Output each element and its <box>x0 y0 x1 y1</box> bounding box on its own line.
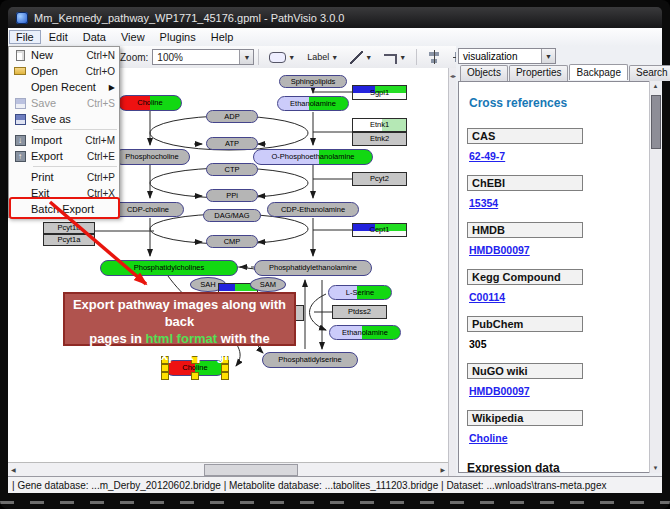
selection-handle[interactable] <box>191 372 199 380</box>
tab-objects[interactable]: Objects <box>460 65 508 81</box>
menubar-item-data[interactable]: Data <box>76 30 113 44</box>
scroll-down-icon[interactable]: ▼ <box>650 465 661 471</box>
file-menu-item-open-recent[interactable]: Open Recent▶ <box>9 79 119 95</box>
datanode-tool-button[interactable]: ▼ <box>267 51 297 64</box>
zoom-combobox[interactable]: 100% ▼ <box>152 49 254 65</box>
file-menu-item-print[interactable]: PrintCtrl+P <box>9 169 119 185</box>
chevron-down-icon: ▼ <box>365 54 372 61</box>
node-pcyt1b[interactable]: Pcyt1b <box>43 222 95 234</box>
scroll-up-icon[interactable]: ▲ <box>650 83 661 89</box>
menubar-item-help[interactable]: Help <box>204 30 241 44</box>
file-menu-item-new[interactable]: NewCtrl+N <box>9 47 119 63</box>
node-cept1[interactable]: Cept1 <box>352 223 407 237</box>
node-ethanolamine-bottom[interactable]: Ethanolamine <box>329 325 401 340</box>
crossref-link[interactable]: 15354 <box>469 197 498 209</box>
menubar-item-view[interactable]: View <box>114 30 152 44</box>
menubar-item-edit[interactable]: Edit <box>42 30 75 44</box>
node-sgpl1[interactable]: Sgpl1 <box>352 85 407 100</box>
node-phosphatidylethanolamine[interactable]: Phosphatidylethanolamine <box>254 260 372 276</box>
file-menu-item-export[interactable]: ↑ExportCtrl+E <box>9 148 119 164</box>
node-cdp-ethanolamine[interactable]: CDP-Ethanolamine <box>267 202 359 217</box>
selection-handle[interactable] <box>161 364 169 372</box>
panel-vertical-scrollbar[interactable]: ▲ ▼ <box>649 81 661 473</box>
selection-handle[interactable] <box>221 372 229 380</box>
callout-line2: pages in html format with the <box>65 330 294 347</box>
node-adp[interactable]: ADP <box>206 110 258 123</box>
node-cmp[interactable]: CMP <box>206 235 258 248</box>
window-title: Mm_Kennedy_pathway_WP1771_45176.gpml - P… <box>34 12 344 24</box>
chevron-down-icon: ▼ <box>399 54 406 61</box>
node-phosphocholine[interactable]: Phosphocholine <box>114 149 190 165</box>
node-etnk2[interactable]: Etnk2 <box>352 132 407 146</box>
node-ppi[interactable]: PPi <box>206 189 258 202</box>
export-icon: ↑ <box>15 151 26 162</box>
node-o-phosphoethanolamine[interactable]: O-Phosphoethanolamine <box>253 149 373 165</box>
scroll-right-icon[interactable]: ▶ <box>440 466 445 473</box>
toolbar-separator <box>258 49 259 65</box>
crossref-value: 305 <box>469 338 487 350</box>
file-menu-item-import[interactable]: ↓ImportCtrl+M <box>9 132 119 148</box>
crossref-section-nugo-wiki: NuGO wikiHMDB00097 <box>467 363 649 410</box>
screenshot-artifact <box>0 501 670 504</box>
node-sam[interactable]: SAM <box>250 277 286 292</box>
node-sphingolipids[interactable]: Sphingolipids <box>279 75 347 88</box>
selection-handle[interactable] <box>161 372 169 380</box>
scrollbar-thumb[interactable] <box>204 464 298 476</box>
tab-search[interactable]: Search <box>629 65 670 81</box>
batch-export-highlight-box <box>9 197 120 219</box>
line-tool-button[interactable]: ▼ <box>348 50 374 65</box>
canvas-horizontal-scrollbar[interactable]: ◀ ▶ <box>8 462 448 476</box>
connector-tool-icon <box>384 54 397 64</box>
node-l-serine[interactable]: L-Serine <box>328 285 392 300</box>
database-name-box: HMDB <box>467 222 583 238</box>
node-ethanolamine-top[interactable]: Ethanolamine <box>277 96 349 111</box>
node-pcyt2[interactable]: Pcyt2 <box>352 172 407 186</box>
file-menu-item-open[interactable]: OpenCtrl+O <box>9 63 119 79</box>
save-icon <box>12 98 28 109</box>
connector-tool-button[interactable]: ▼ <box>382 50 408 65</box>
tab-backpage[interactable]: Backpage <box>569 64 627 80</box>
visualization-combobox[interactable]: visualization ▼ <box>458 48 556 64</box>
node-atp[interactable]: ATP <box>206 137 258 150</box>
toolbar-button-label: Label <box>307 52 329 62</box>
tab-properties[interactable]: Properties <box>509 65 569 81</box>
menu-item-shortcut: Ctrl+O <box>86 66 115 77</box>
node-ptdss2[interactable]: Ptdss2 <box>332 305 387 319</box>
crossref-link[interactable]: Choline <box>469 432 508 444</box>
menubar-item-plugins[interactable]: Plugins <box>153 30 203 44</box>
open-folder-icon <box>12 67 28 75</box>
scrollbar-thumb[interactable] <box>651 95 661 149</box>
new-document-icon <box>16 50 25 61</box>
database-name-box: Wikipedia <box>467 410 583 426</box>
selection-handle[interactable] <box>221 364 229 372</box>
menu-item-shortcut: Ctrl+E <box>87 151 115 162</box>
chevron-down-icon[interactable]: ▼ <box>239 50 253 64</box>
crossref-link[interactable]: HMDB00097 <box>469 244 530 256</box>
node-ctp[interactable]: CTP <box>206 163 258 176</box>
database-name-box: Kegg Compound <box>467 269 583 285</box>
title-bar[interactable]: Mm_Kennedy_pathway_WP1771_45176.gpml - P… <box>8 7 662 28</box>
node-etnk1[interactable]: Etnk1 <box>352 118 407 132</box>
label-tool-button[interactable]: Label▼ <box>305 51 340 63</box>
crossref-link[interactable]: 62-49-7 <box>469 150 505 162</box>
visualization-value: visualization <box>463 51 517 62</box>
database-name-box: NuGO wiki <box>467 363 583 379</box>
menu-item-label: Open <box>31 65 82 77</box>
node-pcyt1a[interactable]: Pcyt1a <box>43 234 95 246</box>
file-menu-item-save-as[interactable]: Save as <box>9 111 119 127</box>
crossref-link[interactable]: C00114 <box>469 291 505 303</box>
node-choline-top[interactable]: Choline <box>118 95 182 111</box>
node-phosphatidylcholines[interactable]: Phosphatidylcholines <box>100 260 238 276</box>
scroll-left-icon[interactable]: ◀ <box>11 466 16 473</box>
node-cdp-choline[interactable]: CDP-choline <box>112 202 184 217</box>
status-text: | Gene database: ...m_Derby_20120602.bri… <box>12 480 606 491</box>
callout-line3: HtmlExport plugin <box>65 347 294 364</box>
menu-item-shortcut: Ctrl+P <box>87 172 115 183</box>
menubar-item-file[interactable]: File <box>9 30 41 44</box>
align-center-horizontal-button[interactable] <box>425 49 443 65</box>
database-name-box: PubChem <box>467 316 583 332</box>
callout-highlight: html format <box>146 331 218 346</box>
node-dag-mag[interactable]: DAG/MAG <box>203 209 261 222</box>
crossref-link[interactable]: HMDB00097 <box>469 385 530 397</box>
chevron-down-icon[interactable]: ▼ <box>541 49 555 63</box>
